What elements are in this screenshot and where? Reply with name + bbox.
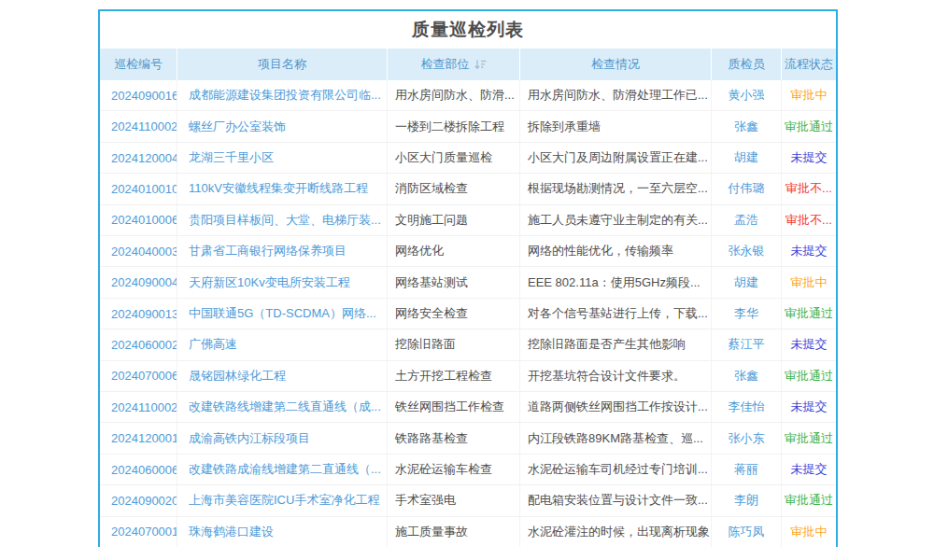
cell-project[interactable]: 广佛高速 [177, 329, 388, 359]
cell-inspector[interactable]: 陈巧凤 [712, 517, 782, 547]
table-row: 2024090013中国联通5G（TD-SCDMA）网络...网络安全检查对各个… [100, 299, 836, 329]
cell-situation: 挖除旧路面是否产生其他影响 [520, 329, 712, 359]
column-header-id: 巡检编号 [100, 49, 177, 80]
cell-project[interactable]: 螺丝厂办公室装饰 [177, 111, 388, 141]
column-header-project: 项目名称 [177, 49, 388, 80]
cell-id[interactable]: 2024090016 [100, 80, 177, 110]
table-row: 2024040003甘肃省工商银行网络保养项目网络优化网络的性能优化，传输频率张… [100, 236, 836, 267]
table-row: 2024090004天府新区10Kv变电所安装工程网络基站测试EEE 802.1… [100, 267, 836, 298]
cell-inspector[interactable]: 蒋丽 [712, 455, 782, 484]
table-row: 2024070006晟铭园林绿化工程土方开挖工程检查开挖基坑符合设计文件要求。张… [100, 361, 836, 392]
cell-inspector[interactable]: 黄小强 [712, 80, 782, 110]
status-badge: 未提交 [782, 143, 836, 173]
status-badge: 未提交 [782, 329, 836, 359]
table-row: 2024060006改建铁路成渝线增建第二直通线（...水泥砼运输车检查水泥砼运… [100, 455, 836, 485]
cell-situation: 配电箱安装位置与设计文件一致... [520, 485, 712, 515]
cell-project[interactable]: 珠海鹤港口建设 [177, 517, 388, 547]
cell-situation: 用水房间防水、防滑处理工作已... [520, 80, 712, 110]
cell-project[interactable]: 改建铁路线增建第二线直通线（成... [177, 392, 388, 422]
status-badge: 审批通过 [782, 111, 836, 141]
cell-part: 铁路路基检查 [388, 423, 520, 453]
cell-part: 铁丝网围挡工作检查 [388, 392, 520, 422]
cell-project[interactable]: 成渝高铁内江标段项目 [177, 423, 388, 453]
cell-part: 网络优化 [388, 236, 520, 266]
table-row: 2024010006贵阳项目样板间、大堂、电梯厅装...文明施工问题施工人员未遵… [100, 205, 836, 236]
status-badge: 审批通过 [782, 299, 836, 329]
cell-situation: 小区大门及周边附属设置正在建... [520, 143, 712, 173]
column-header-status: 流程状态 [782, 49, 836, 80]
cell-part: 网络基站测试 [388, 267, 520, 297]
cell-part: 施工质量事故 [388, 517, 520, 547]
cell-id[interactable]: 2024060002 [100, 329, 177, 359]
cell-id[interactable]: 2024090020 [100, 485, 177, 515]
table-row: 2024090020上海市美容医院ICU手术室净化工程手术室强电配电箱安装位置与… [100, 485, 836, 516]
cell-id[interactable]: 2024060006 [100, 455, 177, 484]
cell-project[interactable]: 中国联通5G（TD-SCDMA）网络... [177, 299, 388, 329]
cell-id[interactable]: 2024090004 [100, 267, 177, 297]
cell-situation: 开挖基坑符合设计文件要求。 [520, 361, 712, 391]
cell-inspector[interactable]: 张小东 [712, 423, 782, 453]
cell-id[interactable]: 2024010006 [100, 205, 177, 235]
sort-icon[interactable] [474, 59, 487, 70]
status-badge: 审批中 [782, 517, 836, 547]
cell-part: 消防区域检查 [388, 174, 520, 203]
cell-id[interactable]: 2024090013 [100, 299, 177, 329]
cell-project[interactable]: 天府新区10Kv变电所安装工程 [177, 267, 388, 297]
status-badge: 审批通过 [782, 485, 836, 515]
column-header-part[interactable]: 检查部位 [388, 49, 520, 80]
cell-inspector[interactable]: 李佳怡 [712, 392, 782, 422]
cell-situation: 网络的性能优化，传输频率 [520, 236, 712, 266]
cell-situation: 拆除到承重墙 [520, 111, 712, 141]
table-row: 2024060002广佛高速挖除旧路面挖除旧路面是否产生其他影响蔡江平未提交 [100, 329, 836, 360]
cell-part: 网络安全检查 [388, 299, 520, 329]
cell-inspector[interactable]: 蔡江平 [712, 329, 782, 359]
cell-inspector[interactable]: 李华 [712, 299, 782, 329]
column-header-label: 质检员 [729, 56, 765, 73]
cell-situation: 对各个信号基站进行上传，下载... [520, 299, 712, 329]
cell-inspector[interactable]: 付伟璐 [712, 174, 782, 203]
cell-project[interactable]: 成都能源建设集团投资有限公司临... [177, 80, 388, 110]
column-header-inspector: 质检员 [712, 49, 782, 80]
status-badge: 审批不... [782, 174, 836, 203]
cell-part: 文明施工问题 [388, 205, 520, 235]
cell-project[interactable]: 110kV安徽线程集变开断线路工程 [177, 174, 388, 203]
cell-id[interactable]: 2024110002 [100, 111, 177, 141]
cell-id[interactable]: 2024120001 [100, 423, 177, 453]
cell-project[interactable]: 改建铁路成渝线增建第二直通线（... [177, 455, 388, 484]
cell-project[interactable]: 晟铭园林绿化工程 [177, 361, 388, 391]
cell-inspector[interactable]: 张鑫 [712, 361, 782, 391]
cell-project[interactable]: 甘肃省工商银行网络保养项目 [177, 236, 388, 266]
cell-inspector[interactable]: 胡建 [712, 267, 782, 297]
cell-inspector[interactable]: 李朗 [712, 485, 782, 515]
cell-id[interactable]: 2024070001 [100, 517, 177, 547]
status-badge: 审批通过 [782, 423, 836, 453]
cell-inspector[interactable]: 孟浩 [712, 205, 782, 235]
cell-situation: 水泥砼灌注的时候，出现离析现象 [520, 517, 712, 547]
status-badge: 未提交 [782, 392, 836, 422]
column-header-label: 检查情况 [591, 56, 640, 73]
cell-id[interactable]: 2024040003 [100, 236, 177, 266]
cell-id[interactable]: 2024010010 [100, 174, 177, 203]
cell-situation: 施工人员未遵守业主制定的有关... [520, 205, 712, 235]
cell-id[interactable]: 2024070006 [100, 361, 177, 391]
cell-id[interactable]: 2024110002 [100, 392, 177, 422]
cell-part: 挖除旧路面 [388, 329, 520, 359]
table-row: 2024070001珠海鹤港口建设施工质量事故水泥砼灌注的时候，出现离析现象陈巧… [100, 517, 836, 547]
cell-part: 手术室强电 [388, 485, 520, 515]
status-badge: 审批通过 [782, 361, 836, 391]
status-badge: 未提交 [782, 236, 836, 266]
cell-inspector[interactable]: 胡建 [712, 143, 782, 173]
status-badge: 未提交 [782, 455, 836, 484]
table-row: 2024120001成渝高铁内江标段项目铁路路基检查内江段铁路89KM路基检查、… [100, 423, 836, 454]
table-row: 2024120004龙湖三千里小区小区大门质量巡检小区大门及周边附属设置正在建.… [100, 143, 836, 174]
cell-project[interactable]: 龙湖三千里小区 [177, 143, 388, 173]
cell-project[interactable]: 贵阳项目样板间、大堂、电梯厅装... [177, 205, 388, 235]
cell-inspector[interactable]: 张鑫 [712, 111, 782, 141]
cell-id[interactable]: 2024120004 [100, 143, 177, 173]
status-badge: 审批中 [782, 80, 836, 110]
cell-inspector[interactable]: 张永银 [712, 236, 782, 266]
cell-part: 用水房间防水、防滑... [388, 80, 520, 110]
table-row: 2024110002螺丝厂办公室装饰一楼到二楼拆除工程拆除到承重墙张鑫审批通过 [100, 111, 836, 142]
cell-project[interactable]: 上海市美容医院ICU手术室净化工程 [177, 485, 388, 515]
column-header-label: 巡检编号 [114, 56, 163, 73]
